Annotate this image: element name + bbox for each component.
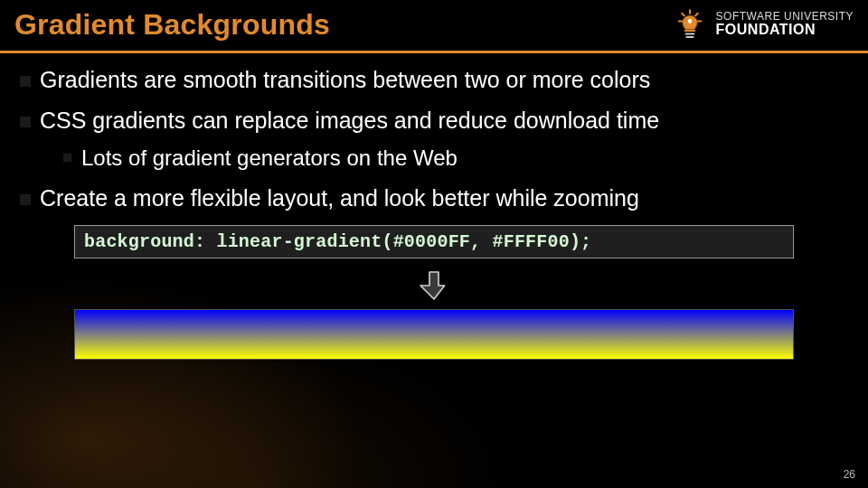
bullet-item: Create a more flexible layout, and look … — [20, 184, 848, 212]
down-arrow-icon — [20, 267, 848, 304]
gradient-demo-bar — [74, 309, 794, 360]
content: Gradients are smooth transitions between… — [0, 66, 868, 360]
bullet-item: Gradients are smooth transitions between… — [20, 66, 848, 94]
logo-line2: FOUNDATION — [716, 23, 854, 38]
slide: Gradient Backgrounds SOFTWARE UNIVE — [0, 0, 868, 488]
page-number: 26 — [844, 468, 855, 481]
bullet-item: CSS gradients can replace images and red… — [20, 107, 848, 171]
header-divider — [0, 51, 868, 53]
bullet-text: Create a more flexible layout, and look … — [40, 185, 639, 211]
logo-line1: SOFTWARE UNIVERSITY — [716, 11, 854, 23]
slide-title: Gradient Backgrounds — [14, 8, 330, 42]
bullet-text: Gradients are smooth transitions between… — [40, 67, 650, 92]
sub-bullet-item: Lots of gradient generators on the Web — [63, 145, 848, 172]
logo-text: SOFTWARE UNIVERSITY FOUNDATION — [716, 11, 854, 37]
lightbulb-icon — [671, 5, 709, 43]
bullet-list: Gradients are smooth transitions between… — [20, 66, 848, 212]
bullet-text: CSS gradients can replace images and red… — [40, 108, 659, 133]
logo: SOFTWARE UNIVERSITY FOUNDATION — [671, 5, 854, 43]
sub-bullet-text: Lots of gradient generators on the Web — [81, 145, 458, 170]
code-text: background: linear-gradient(#0000FF, #FF… — [84, 231, 591, 252]
sub-bullet-list: Lots of gradient generators on the Web — [63, 145, 848, 172]
header: Gradient Backgrounds SOFTWARE UNIVE — [0, 0, 868, 47]
code-box: background: linear-gradient(#0000FF, #FF… — [74, 225, 794, 258]
